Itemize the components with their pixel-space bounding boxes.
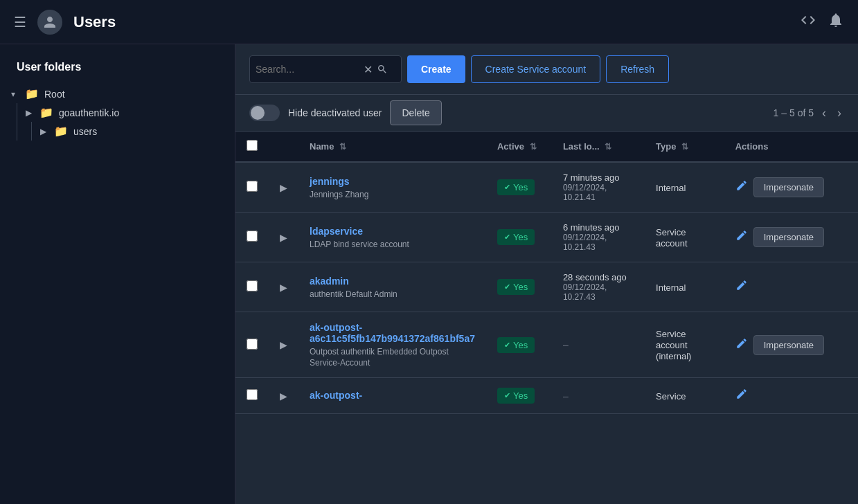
impersonate-button[interactable]: Impersonate xyxy=(753,335,824,355)
pagination-info: 1 – 5 of 5 xyxy=(774,107,814,118)
actions-group xyxy=(735,279,847,295)
row-actions-cell xyxy=(724,378,858,414)
row-checkbox[interactable] xyxy=(247,339,258,350)
row-actions-cell xyxy=(724,262,858,312)
username[interactable]: ak-outpost-a6c11c5f5fb147b9941372af861bf… xyxy=(310,322,475,344)
refresh-button[interactable]: Refresh xyxy=(606,55,669,83)
delete-button[interactable]: Delete xyxy=(390,100,441,125)
edit-button[interactable] xyxy=(735,388,748,404)
row-expand-button[interactable]: ▶ xyxy=(280,282,287,293)
create-service-account-button[interactable]: Create Service account xyxy=(471,55,601,83)
last-login-absolute: 09/12/2024, 10.21.43 xyxy=(563,233,634,252)
search-submit-button[interactable] xyxy=(377,64,388,75)
row-lastlogin-cell: 6 minutes ago09/12/2024, 10.21.43 xyxy=(552,213,645,262)
hide-deactivated-toggle[interactable] xyxy=(249,105,280,121)
tree-item-goauthentik[interactable]: ▶ 📁 goauthentik.io xyxy=(26,103,224,122)
user-type: Service account xyxy=(656,227,688,249)
actions-column-header: Actions xyxy=(724,132,858,162)
row-expand-cell: ▶ xyxy=(269,162,298,213)
filter-left: Hide deactivated user Delete xyxy=(249,100,442,125)
active-column-header[interactable]: Active ⇅ xyxy=(486,132,552,162)
user-type: Internal xyxy=(656,282,686,293)
users-table: Name ⇅ Active ⇅ Last lo... ⇅ Type xyxy=(235,132,858,414)
row-type-cell: Internal xyxy=(645,162,724,213)
last-login-relative: 6 minutes ago xyxy=(563,222,634,233)
row-expand-cell: ▶ xyxy=(269,262,298,312)
tree-item-users[interactable]: ▶ 📁 users xyxy=(40,122,224,141)
row-checkbox-cell xyxy=(235,378,269,414)
last-login-dash: – xyxy=(563,390,569,402)
pagination-prev-button[interactable]: ‹ xyxy=(819,106,829,120)
sort-icon: ⇅ xyxy=(339,142,346,152)
last-login-dash: – xyxy=(563,339,569,350)
pagination: 1 – 5 of 5 ‹ › xyxy=(774,106,844,120)
tree-item-root[interactable]: ▾ 📁 Root xyxy=(11,84,224,103)
row-expand-button[interactable]: ▶ xyxy=(280,232,287,243)
actions-group xyxy=(735,388,847,404)
lastlogin-column-header[interactable]: Last lo... ⇅ xyxy=(552,132,645,162)
name-column-header[interactable]: Name ⇅ xyxy=(298,132,486,162)
table-row: ▶ak-outpost-a6c11c5f5fb147b9941372af861b… xyxy=(235,312,858,378)
row-expand-button[interactable]: ▶ xyxy=(280,390,287,402)
edit-button[interactable] xyxy=(735,279,748,295)
edit-button[interactable] xyxy=(735,337,748,353)
row-active-cell: Yes xyxy=(486,312,552,378)
table-row: ▶ldapserviceLDAP bind service accountYes… xyxy=(235,213,858,262)
row-type-cell: Service account xyxy=(645,213,724,262)
row-checkbox[interactable] xyxy=(247,181,258,192)
row-checkbox-cell xyxy=(235,262,269,312)
hide-deactivated-label: Hide deactivated user xyxy=(288,107,382,118)
impersonate-button[interactable]: Impersonate xyxy=(753,177,824,197)
code-icon[interactable] xyxy=(800,12,816,32)
create-button[interactable]: Create xyxy=(407,55,465,83)
username[interactable]: jennings xyxy=(310,176,475,187)
username[interactable]: ak-outpost- xyxy=(310,390,475,401)
row-lastlogin-cell: 28 seconds ago09/12/2024, 10.27.43 xyxy=(552,262,645,312)
sort-icon: ⇅ xyxy=(605,142,611,152)
active-badge: Yes xyxy=(497,337,535,353)
row-checkbox[interactable] xyxy=(247,389,258,400)
edit-button[interactable] xyxy=(735,229,748,245)
row-active-cell: Yes xyxy=(486,262,552,312)
bell-icon[interactable] xyxy=(828,12,844,32)
username[interactable]: ldapservice xyxy=(310,226,475,237)
table-header-row: Name ⇅ Active ⇅ Last lo... ⇅ Type xyxy=(235,132,858,162)
active-badge: Yes xyxy=(497,229,535,245)
user-fullname: authentik Default Admin xyxy=(310,289,397,299)
row-active-cell: Yes xyxy=(486,162,552,213)
chevron-right-icon: ▶ xyxy=(40,127,54,136)
last-login-absolute: 09/12/2024, 10.27.43 xyxy=(563,282,634,302)
username[interactable]: akadmin xyxy=(310,276,475,287)
row-checkbox[interactable] xyxy=(247,280,258,291)
row-expand-button[interactable]: ▶ xyxy=(280,182,287,193)
user-fullname: Jennings Zhang xyxy=(310,190,368,199)
row-active-cell: Yes xyxy=(486,378,552,414)
table-row: ▶jenningsJennings ZhangYes7 minutes ago0… xyxy=(235,162,858,213)
select-all-header xyxy=(235,132,269,162)
sidebar: User folders ▾ 📁 Root ▶ 📁 goauthentik.io… xyxy=(0,44,235,504)
folder-icon: 📁 xyxy=(25,87,39,100)
table-row: ▶ak-outpost-Yes–Service xyxy=(235,378,858,414)
tree-label-root: Root xyxy=(44,89,65,100)
user-avatar xyxy=(37,10,62,35)
row-type-cell: Service account (internal) xyxy=(645,312,724,378)
row-type-cell: Service xyxy=(645,378,724,414)
edit-button[interactable] xyxy=(735,179,748,195)
type-column-header[interactable]: Type ⇅ xyxy=(645,132,724,162)
menu-icon[interactable]: ☰ xyxy=(14,14,26,30)
row-checkbox-cell xyxy=(235,213,269,262)
search-input[interactable] xyxy=(256,64,359,75)
user-type: Service xyxy=(656,391,686,402)
row-expand-cell: ▶ xyxy=(269,378,298,414)
chevron-down-icon: ▾ xyxy=(11,89,25,99)
pagination-next-button[interactable]: › xyxy=(834,106,844,120)
select-all-checkbox[interactable] xyxy=(247,140,258,151)
search-clear-button[interactable]: ✕ xyxy=(362,63,374,76)
row-checkbox[interactable] xyxy=(247,231,258,242)
row-actions-cell: Impersonate xyxy=(724,162,858,213)
row-expand-button[interactable]: ▶ xyxy=(280,339,287,350)
toggle-knob xyxy=(251,106,265,120)
folder-icon: 📁 xyxy=(54,125,68,138)
impersonate-button[interactable]: Impersonate xyxy=(753,227,824,247)
chevron-right-icon: ▶ xyxy=(26,108,39,118)
